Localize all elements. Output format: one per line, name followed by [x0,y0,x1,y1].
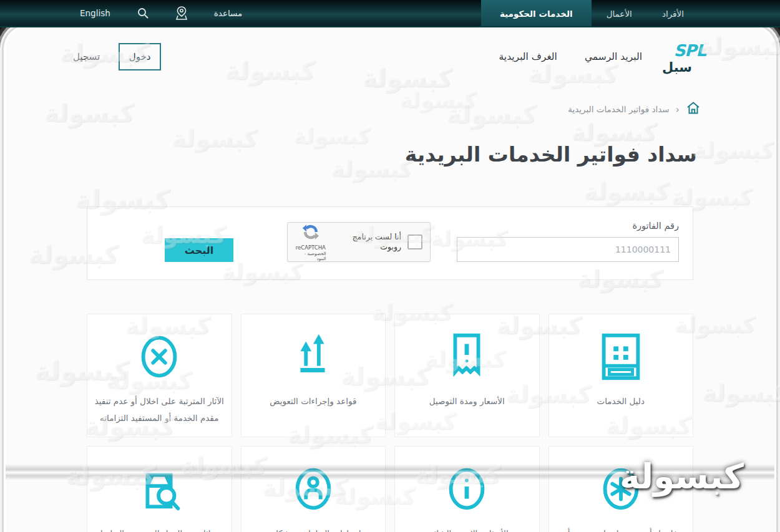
topbar-tab[interactable]: الأعمال [592,0,647,26]
service-card-label: دليل الخدمات [597,393,645,410]
prices-delivery-icon [439,327,494,387]
nav-link[interactable]: الغرف البريدية [499,51,557,62]
faq-icon [439,459,494,519]
service-card[interactable]: قواعد وإجراءات التعويض [241,314,386,437]
topbar-utility: مساعدة English [80,0,242,26]
service-card[interactable]: الأسعار ومدة التوصيل [394,314,540,437]
service-card-label: الآثار المترتبة على اخلال أو عدم تنفيذ م… [94,393,225,427]
spl-logo[interactable]: SPL سبل [663,41,707,72]
service-card-label: الأسئلة والاجوبة الشائعة [426,525,509,532]
service-card-label: وسائل تتبع المواد البريدية، والتواصل مع … [94,525,225,532]
page-title: سداد فواتير الخدمات البريدية [6,142,774,167]
service-card[interactable]: دليل الخدمات [548,314,694,437]
topbar-spacer [242,0,481,26]
tracking-icon [132,459,187,519]
discounts-offers-icon [593,459,648,519]
service-card-label: تفاصيل أي خصومات او عروض أن وجدت [555,525,687,532]
invoice-field: رقم الفاتورة [457,221,679,262]
service-card[interactable]: وسائل تتبع المواد البريدية، والتواصل مع … [87,446,232,532]
register-link[interactable]: تسجيل [73,51,100,62]
service-card[interactable]: الآثار المترتبة على اخلال أو عدم تنفيذ م… [87,314,232,437]
breach-effects-icon [132,327,187,387]
login-button[interactable]: دخول [119,43,161,70]
service-card[interactable]: الأسئلة والاجوبة الشائعة [394,446,540,532]
recaptcha-checkbox[interactable] [407,235,422,249]
breadcrumb-current: سداد فواتير الخدمات البريدية [568,104,669,114]
service-card-label: قواعد وإجراءات التعويض [270,393,356,410]
breadcrumb: ‹ سداد فواتير الخدمات البريدية [6,101,774,117]
site-header: SPL سبل البريد الرسميالغرف البريدية دخول… [6,27,774,76]
invoice-input[interactable] [457,237,679,262]
invoice-label: رقم الفاتورة [457,221,679,231]
language-switch[interactable]: English [80,8,110,18]
compensation-rules-icon [286,327,341,387]
service-card[interactable]: تفاصيل أي خصومات او عروض أن وجدت [548,446,694,532]
recaptcha-brand-block: reCAPTCHA الخصوصية - البنود [295,223,326,261]
complaints-icon [286,459,341,519]
recaptcha-terms[interactable]: الخصوصية - البنود [295,251,326,261]
recaptcha-logo-icon [301,223,320,244]
nav-link[interactable]: البريد الرسمي [585,51,642,62]
topbar: الأفرادالأعمالالخدمات الحكومية مساعدة En… [0,0,780,27]
service-card[interactable]: إجراءات التعامل مع شكاوى المستفيدين [241,446,386,532]
spl-logo-latin: SPL [674,41,706,60]
breadcrumb-separator: ‹ [676,104,680,115]
home-icon[interactable] [686,101,701,117]
main-nav: البريد الرسميالغرف البريدية [499,51,642,62]
recaptcha-label: أنا لست برنامج روبوت [333,232,401,253]
recaptcha-widget: أنا لست برنامج روبوت reCAPTCHA الخصوصية … [287,222,431,262]
topbar-tab[interactable]: الخدمات الحكومية [481,0,592,26]
service-cards-grid: دليل الخدمات الأسعار ومدة التوصيل قواعد … [87,314,693,532]
recaptcha-brand: reCAPTCHA [296,244,326,251]
bill-payment-form: رقم الفاتورة أنا لست برنامج روبوت reCAPT… [87,206,693,280]
search-button[interactable]: البحث [165,238,233,262]
spl-logo-arabic: سبل [662,60,692,75]
topbar-tab[interactable]: الأفراد [647,0,699,26]
services-directory-icon [593,327,648,387]
topbar-tabs: الأفرادالأعمالالخدمات الحكومية [481,0,699,26]
search-icon[interactable] [137,7,149,19]
page-frame: SPL سبل البريد الرسميالغرف البريدية دخول… [6,27,774,532]
location-pin-icon[interactable] [175,6,188,21]
service-card-label: إجراءات التعامل مع شكاوى المستفيدين [248,525,379,532]
help-link[interactable]: مساعدة [214,8,243,18]
service-card-label: الأسعار ومدة التوصيل [429,393,505,410]
